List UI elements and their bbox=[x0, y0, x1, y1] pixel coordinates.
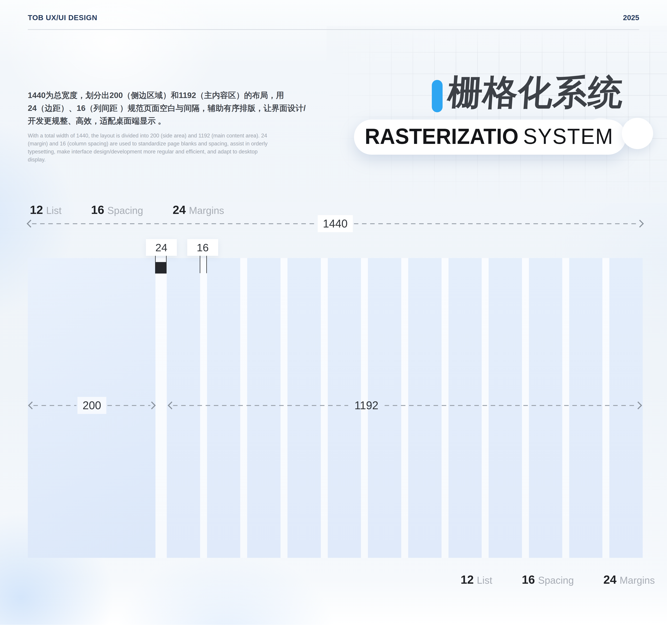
side-area-value: 200 bbox=[78, 397, 107, 414]
legend-item: 12 List bbox=[30, 203, 62, 216]
page-title-en-bold: RASTERIZATIO bbox=[365, 124, 519, 148]
legend-item: 16 Spacing bbox=[91, 203, 143, 216]
year-label: 2025 bbox=[623, 14, 639, 22]
intro-zh-line: 24（边距）、16（列间距 ）规范页面空白与间隔，辅助有序排版，让界面设计/ bbox=[28, 102, 334, 115]
total-width-value: 1440 bbox=[318, 215, 353, 232]
arrow-right-icon bbox=[148, 401, 156, 409]
legend-label: Margins bbox=[620, 575, 655, 586]
gutter-callout: 16 bbox=[187, 239, 218, 256]
legend-item: 12 List bbox=[461, 573, 492, 586]
arrow-left-icon bbox=[28, 401, 36, 409]
intro-paragraph-en: With a total width of 1440, the layout i… bbox=[28, 132, 320, 164]
legend-value: 12 bbox=[30, 203, 43, 216]
legend-item: 24 Margins bbox=[173, 203, 224, 216]
callout-tick bbox=[155, 256, 156, 262]
callout-tick bbox=[206, 256, 207, 273]
accent-pill bbox=[432, 80, 443, 112]
arrow-left-icon bbox=[27, 220, 34, 227]
margin-gap bbox=[156, 258, 167, 558]
main-area-measure: 1192 bbox=[169, 397, 641, 414]
page-title-zh: 栅格化系统 bbox=[446, 69, 625, 116]
intro-en-line: typesetting, make interface design/devel… bbox=[28, 148, 320, 156]
callout-tick bbox=[200, 256, 200, 273]
legend-item: 16 Spacing bbox=[522, 573, 574, 586]
legend-value: 16 bbox=[522, 573, 535, 586]
legend-label: List bbox=[46, 205, 62, 216]
page-title-en-light: SYSTEM bbox=[523, 124, 614, 148]
intro-en-line: With a total width of 1440, the layout i… bbox=[28, 132, 320, 140]
intro-en-line: (margin) and 16 (column spacing) are use… bbox=[28, 140, 320, 148]
legend-value: 12 bbox=[461, 573, 474, 586]
legend-bottom: 12 List 16 Spacing 24 Margins bbox=[461, 573, 655, 586]
arrow-right-icon bbox=[634, 401, 642, 409]
margin-marker bbox=[155, 262, 166, 274]
dashed-line bbox=[107, 405, 150, 406]
header-divider bbox=[28, 29, 639, 30]
callout-tick bbox=[166, 256, 166, 262]
dashed-line bbox=[354, 223, 638, 224]
decor-circle bbox=[622, 118, 653, 149]
page-title-en: RASTERIZATIOSYSTEM bbox=[365, 124, 614, 149]
dashed-line bbox=[33, 405, 77, 406]
side-area-measure: 200 bbox=[29, 397, 154, 414]
dashed-line bbox=[32, 223, 316, 224]
intro-en-line: display. bbox=[28, 156, 320, 164]
arrow-right-icon bbox=[636, 220, 644, 227]
legend-value: 24 bbox=[603, 573, 617, 586]
legend-value: 24 bbox=[173, 203, 186, 216]
dashed-line bbox=[173, 405, 348, 406]
legend-top: 12 List 16 Spacing 24 Margins bbox=[30, 203, 224, 216]
dashed-line bbox=[385, 405, 637, 406]
legend-label: Spacing bbox=[538, 575, 574, 586]
intro-zh-line: 1440为总宽度，划分出200（侧边区域）和1192（主内容区）的布局，用 bbox=[28, 89, 334, 102]
legend-item: 24 Margins bbox=[603, 573, 655, 586]
brand-label: TOB UX/UI DESIGN bbox=[28, 14, 97, 22]
legend-value: 16 bbox=[91, 203, 104, 216]
intro-zh-line: 开发更规整、高效，适配桌面端显示 。 bbox=[28, 114, 334, 127]
legend-label: Spacing bbox=[107, 205, 143, 216]
legend-label: List bbox=[477, 575, 492, 586]
main-area-value: 1192 bbox=[349, 397, 384, 414]
total-width-measure: 1440 bbox=[28, 215, 643, 232]
margin-callout: 24 bbox=[146, 239, 177, 256]
legend-label: Margins bbox=[189, 205, 224, 216]
arrow-left-icon bbox=[168, 401, 176, 409]
bottom-white-strip bbox=[0, 625, 667, 644]
intro-paragraph-zh: 1440为总宽度，划分出200（侧边区域）和1192（主内容区）的布局，用 24… bbox=[28, 89, 334, 127]
